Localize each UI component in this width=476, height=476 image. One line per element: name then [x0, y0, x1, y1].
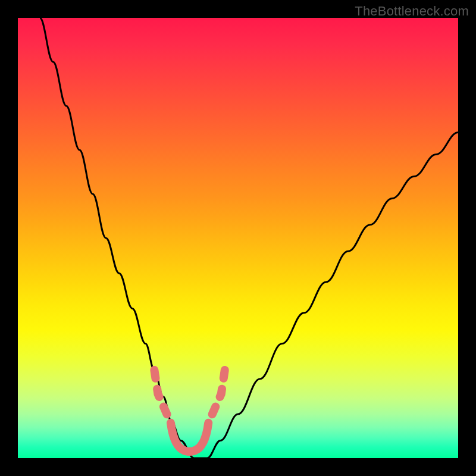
chart-overlay [18, 18, 458, 458]
annotation-base [171, 423, 208, 452]
annotation-right-arm [208, 370, 225, 423]
watermark-text: TheBottleneck.com [355, 4, 469, 19]
bottleneck-curve [40, 18, 458, 458]
annotation-left-arm [154, 370, 171, 423]
chart-frame: TheBottleneck.com [0, 0, 476, 476]
plot-area [18, 18, 458, 458]
